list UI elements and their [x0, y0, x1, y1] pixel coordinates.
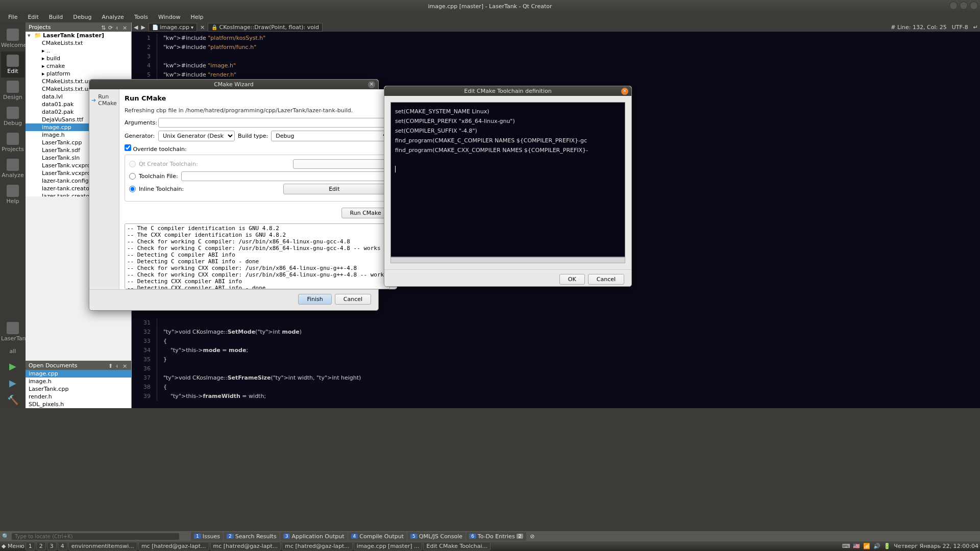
cancel-button[interactable]: Cancel: [588, 274, 624, 285]
wizard-step-run-cmake[interactable]: ➔Run CMake: [91, 93, 117, 107]
mode-analyze[interactable]: Analyze: [1, 156, 24, 182]
tree-item[interactable]: ▸ cmake: [26, 62, 131, 70]
tray-battery-icon[interactable]: 🔋: [884, 543, 891, 549]
close-panel-icon[interactable]: ×: [122, 24, 128, 30]
locator-icon[interactable]: 🔍: [2, 533, 9, 540]
open-docs-list[interactable]: image.cppimage.hLaserTank.cpprender.hSDL…: [26, 370, 131, 408]
menu-tools[interactable]: Tools: [129, 12, 153, 22]
output-tab[interactable]: 3 Application Output: [280, 532, 348, 541]
symbol-dropdown[interactable]: 🔒 CKosImage::Draw(Point, float): void: [208, 23, 323, 32]
minimize-button[interactable]: [949, 2, 958, 10]
encoding-status[interactable]: UTF-8: [952, 24, 968, 31]
inline-toolchain-row[interactable]: Inline Toolchain: Edit: [129, 184, 385, 194]
arguments-input[interactable]: [158, 118, 390, 128]
desktop-3[interactable]: 3: [47, 542, 57, 550]
output-close-icon[interactable]: ⊘: [530, 533, 534, 540]
toolchain-editor[interactable]: set(CMAKE_SYSTEM_NAME Linux) set(COMPILE…: [390, 102, 625, 257]
taskbar-window[interactable]: mc [hatred@gaz-lapt...: [282, 542, 353, 550]
output-tab[interactable]: 6 To-Do Entries 2: [466, 532, 526, 541]
taskbar-window[interactable]: environmentitemswi...: [68, 542, 137, 550]
cancel-button[interactable]: Cancel: [335, 294, 371, 305]
kit-selector[interactable]: LaserTank: [1, 319, 24, 345]
sync-icon[interactable]: ⟳: [108, 24, 114, 30]
linebreak-icon[interactable]: ↵: [973, 24, 978, 31]
nav-back-icon[interactable]: ◀: [134, 24, 138, 31]
horizontal-scrollbar[interactable]: [390, 257, 625, 263]
buildtype-select[interactable]: Debug: [271, 131, 390, 141]
mode-design[interactable]: Design: [1, 78, 24, 104]
output-tab[interactable]: 4 Compile Output: [348, 532, 407, 541]
taskbar-window[interactable]: mc [hatred@gaz-lapt...: [138, 542, 209, 550]
mode-welcome[interactable]: Welcome: [1, 26, 24, 52]
ok-button[interactable]: OK: [559, 274, 585, 285]
run-cmake-button[interactable]: Run CMake: [341, 208, 390, 218]
tray-lang-icon[interactable]: 🇺🇸: [853, 543, 860, 549]
override-checkbox[interactable]: [125, 144, 131, 151]
doc-item[interactable]: image.cpp: [26, 370, 131, 378]
file-dropdown[interactable]: 📄 image.cpp ▾: [149, 23, 197, 32]
dialog-titlebar[interactable]: Edit CMake Toolchain definition ×: [384, 86, 631, 96]
close-icon[interactable]: ×: [621, 88, 628, 95]
taskbar-window[interactable]: mc [hatred@gaz-lapt...: [210, 542, 281, 550]
tree-item[interactable]: ▸ platform: [26, 70, 131, 78]
filter-icon[interactable]: ⇅: [101, 24, 107, 30]
tray-keyboard-icon[interactable]: ⌨: [842, 543, 850, 549]
menu-build[interactable]: Build: [44, 12, 68, 22]
close-file-icon[interactable]: ×: [200, 24, 205, 31]
doc-item[interactable]: render.h: [26, 393, 131, 400]
toolchain-file-row[interactable]: Toolchain File:: [129, 171, 385, 181]
doc-item[interactable]: SDL_pixels.h: [26, 400, 131, 408]
menu-edit[interactable]: Edit: [22, 12, 43, 22]
close-button[interactable]: [970, 2, 978, 10]
cmake-console[interactable]: -- The C compiler identification is GNU …: [125, 223, 390, 289]
mode-debug[interactable]: Debug: [1, 104, 24, 130]
start-menu[interactable]: ◆ Меню: [2, 543, 24, 549]
generator-select[interactable]: Unix Generator (Desktop): [158, 131, 235, 141]
debug-run-button[interactable]: ▶: [9, 378, 16, 388]
build-target[interactable]: all: [1, 345, 24, 358]
locator-input[interactable]: [11, 533, 180, 540]
close-panel-icon[interactable]: ×: [122, 363, 128, 368]
tree-item[interactable]: ▸ build: [26, 55, 131, 62]
close-icon[interactable]: ×: [368, 81, 375, 88]
inline-tc-radio[interactable]: [129, 186, 136, 192]
split-icon[interactable]: ⫞: [115, 363, 121, 368]
menu-file[interactable]: File: [3, 12, 22, 22]
mode-edit[interactable]: Edit: [1, 52, 24, 78]
output-tab[interactable]: 1 Issues: [191, 532, 223, 541]
menu-window[interactable]: Window: [153, 12, 185, 22]
mode-help[interactable]: Help: [1, 182, 24, 208]
taskbar-window[interactable]: Edit CMake Toolchai...: [423, 542, 491, 550]
tray-volume-icon[interactable]: 🔊: [873, 543, 880, 549]
tree-item[interactable]: CMakeLists.txt: [26, 39, 131, 47]
run-button[interactable]: ▶: [9, 361, 16, 371]
split-icon[interactable]: ⫞: [115, 24, 121, 30]
output-tab[interactable]: 2 Search Results: [224, 532, 280, 541]
doc-item[interactable]: LaserTank.cpp: [26, 385, 131, 393]
pin-icon[interactable]: ⬆: [108, 363, 114, 368]
nav-fwd-icon[interactable]: ▶: [141, 24, 145, 31]
doc-item[interactable]: image.h: [26, 378, 131, 385]
menu-help[interactable]: Help: [185, 12, 208, 22]
menu-debug[interactable]: Debug: [68, 12, 96, 22]
menu-analyze[interactable]: Analyze: [97, 12, 129, 22]
toolchain-file-radio[interactable]: [129, 173, 136, 180]
override-checkbox-label[interactable]: Override toolchain:: [125, 146, 187, 153]
dialog-titlebar[interactable]: CMake Wizard ×: [89, 80, 378, 89]
tree-root[interactable]: ▾📁 LaserTank [master]: [26, 32, 131, 39]
collapse-icon[interactable]: ▾: [28, 32, 33, 39]
desktop-4[interactable]: 4: [58, 542, 67, 550]
mode-projects[interactable]: Projects: [1, 130, 24, 156]
maximize-button[interactable]: [960, 2, 968, 10]
finish-button[interactable]: Finish: [298, 294, 331, 305]
build-button[interactable]: 🔨: [7, 394, 18, 405]
desktop-1[interactable]: 1: [26, 542, 35, 550]
tray-clock[interactable]: Четверг Январь 22, 12:00:04: [894, 543, 978, 549]
desktop-2[interactable]: 2: [36, 542, 46, 550]
tree-item[interactable]: ▸ ..: [26, 47, 131, 55]
tray-network-icon[interactable]: 📶: [863, 543, 870, 549]
output-tab[interactable]: 5 QML/JS Console: [407, 532, 465, 541]
taskbar-window[interactable]: image.cpp [master] ...: [354, 542, 423, 550]
edit-button[interactable]: Edit: [283, 184, 385, 194]
toolchain-file-input[interactable]: [181, 171, 385, 181]
